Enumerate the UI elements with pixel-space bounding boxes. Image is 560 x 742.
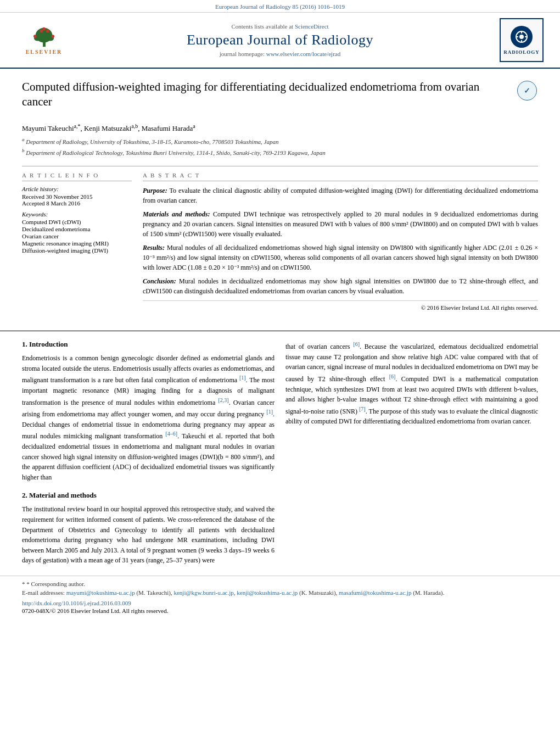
doi-line: http://dx.doi.org/10.1016/j.ejrad.2016.0… (22, 600, 538, 606)
copyright-notice: © 2016 Elsevier Ireland Ltd. All rights … (143, 300, 538, 311)
email-addresses: E-mail addresses: mayumi@tokushima-u.ac.… (22, 588, 538, 598)
aff-a-super: a (22, 137, 25, 142)
page: European Journal of Radiology 85 (2016) … (0, 0, 560, 742)
homepage-label: journal homepage: (220, 51, 265, 57)
abstract-results: Results: Mural nodules of all decidualiz… (143, 243, 538, 272)
journal-header: ELSEVIER Contents lists available at Sci… (0, 13, 560, 69)
ref2-3: [2,3] (218, 397, 228, 403)
email4-link[interactable]: masafumi@tokushima-u.ac.jp (339, 589, 411, 596)
section1-number: 1. (22, 340, 27, 348)
crossmark-icon: ✓ (517, 81, 537, 101)
elsevier-label: ELSEVIER (26, 49, 63, 55)
section1-heading: Introduction (29, 340, 68, 348)
keywords-label: Keywords: (22, 211, 132, 217)
ref4-6: [4–6] (165, 431, 177, 437)
article-title: Computed diffusion-weighted imaging for … (22, 80, 511, 110)
author2-name: Kenji Matsuzaki (84, 124, 131, 132)
ref7: [7] (359, 406, 366, 412)
article-content: Computed diffusion-weighted imaging for … (0, 69, 560, 331)
radiology-badge-icon (511, 26, 533, 48)
email1-link[interactable]: mayumi@tokushima-u.ac.jp (66, 589, 135, 596)
author1-sup: a,* (74, 123, 81, 129)
section1-title: 1. Introduction (22, 340, 275, 349)
abstract-panel: A B S T R A C T Purpose: To evaluate the… (143, 172, 538, 311)
svg-point-7 (51, 35, 54, 38)
keyword-2: Decidualized endometrioma (22, 226, 132, 232)
abstract-heading: A B S T R A C T (143, 172, 538, 181)
article-body: 1. Introduction Endometriosis is a commo… (0, 331, 560, 570)
history-label: Article history: (22, 186, 132, 192)
journal-header-center: Contents lists available at ScienceDirec… (71, 23, 489, 57)
results-text: Mural nodules of all decidualized endome… (143, 244, 538, 271)
abstract-purpose: Purpose: To evaluate the clinical diagno… (143, 186, 538, 205)
radiology-logo-container: RADIOLOGY (489, 18, 544, 62)
radiology-badge-label: RADIOLOGY (503, 49, 540, 55)
conclusion-head: Conclusion: (143, 277, 176, 285)
journal-homepage: journal homepage: www.elsevier.com/locat… (71, 51, 489, 57)
results-head: Results: (143, 244, 165, 252)
svg-point-5 (40, 29, 43, 32)
homepage-url[interactable]: www.elsevier.com/locate/ejrad (266, 51, 341, 57)
article-info-heading: A R T I C L E I N F O (22, 172, 132, 181)
sciencedirect-link[interactable]: ScienceDirect (295, 23, 329, 30)
author3-sup: a (193, 123, 195, 129)
svg-point-10 (519, 35, 524, 39)
author2-name-footnote: (K. Matsuzaki), (299, 589, 337, 596)
svg-point-4 (33, 35, 36, 38)
keyword-1: Computed DWI (cDWI) (22, 219, 132, 225)
author2-sup: a,b (131, 123, 138, 129)
keywords-list: Computed DWI (cDWI) Decidualized endomet… (22, 219, 132, 254)
keyword-5: Diffusion-weighted imaging (DWI) (22, 247, 132, 254)
svg-point-8 (42, 27, 46, 30)
keyword-3: Ovarian cancer (22, 233, 132, 239)
ref6b: [6] (389, 373, 396, 380)
section1-body-text: Endometriosis is a common benign gynecol… (22, 353, 275, 482)
author1-name: Mayumi Takeuchi (22, 124, 74, 132)
author3-name-footnote: (M. Harada). (413, 589, 444, 596)
section2-number: 2. (22, 491, 27, 499)
email-label: E-mail addresses: (22, 589, 65, 596)
body-left-column: 1. Introduction Endometriosis is a commo… (22, 340, 275, 570)
right-continuation-text: that of ovarian cancers [6]. Because the… (285, 340, 538, 427)
ref1: [1] (239, 375, 246, 381)
affiliation-a: a Department of Radiology, University of… (22, 136, 538, 146)
section2-container: 2. Material and methods The institutiona… (22, 491, 275, 566)
abstract-methods: Materials and methods: Computed DWI tech… (143, 209, 538, 239)
section2-title: 2. Material and methods (22, 491, 275, 500)
purpose-text: To evaluate the clinical diagnostic abil… (143, 187, 538, 204)
journal-reference-text: European Journal of Radiology 85 (2016) … (215, 3, 345, 10)
methods-head: Materials and methods: (143, 210, 210, 218)
keyword-4: Magnetic resonance imaging (MRI) (22, 240, 132, 247)
purpose-head: Purpose: (143, 187, 167, 194)
ref1b: [1] (266, 409, 273, 415)
footnote-section: * * Corresponding author. E-mail address… (0, 576, 560, 618)
radiology-symbol-icon (515, 30, 528, 43)
corresponding-author-label: * * Corresponding author. (22, 579, 538, 589)
elsevier-logo-container: ELSEVIER (16, 26, 71, 55)
author1-name-footnote: (M. Takeuchi), (136, 589, 172, 596)
elsevier-tree-icon (29, 26, 59, 48)
affiliation-b: b Department of Radiological Technology,… (22, 147, 538, 157)
author3-name: Masafumi Harada (142, 124, 193, 132)
received-date: Received 30 November 2015 Accepted 8 Mar… (22, 193, 132, 207)
conclusion-text: Mural nodules in decidualized endometrio… (143, 277, 538, 295)
contents-available-text: Contents lists available at (231, 23, 293, 30)
issn-line: 0720-048X/© 2016 Elsevier Ireland Ltd. A… (22, 607, 538, 614)
journal-reference-bar: European Journal of Radiology 85 (2016) … (0, 0, 560, 13)
aff-b-super: b (22, 148, 25, 153)
doi-link[interactable]: http://dx.doi.org/10.1016/j.ejrad.2016.0… (22, 600, 131, 606)
authors-line: Mayumi Takeuchia,*, Kenji Matsuzakia,b, … (22, 123, 538, 133)
abstract-conclusion: Conclusion: Mural nodules in decidualize… (143, 276, 538, 296)
ref6: [6] (353, 341, 360, 347)
body-right-column: that of ovarian cancers [6]. Because the… (285, 340, 538, 570)
article-info-panel: A R T I C L E I N F O Article history: R… (22, 172, 132, 311)
contents-available-line: Contents lists available at ScienceDirec… (71, 23, 489, 30)
section2-body-text: The institutional review board in our ho… (22, 504, 275, 566)
email3-link[interactable]: kenji@tokushima-u.ac.jp (237, 589, 298, 596)
crossmark-container: ✓ (516, 80, 538, 102)
article-info-abstract: A R T I C L E I N F O Article history: R… (22, 166, 538, 311)
radiology-badge: RADIOLOGY (500, 18, 544, 62)
affiliations: a Department of Radiology, University of… (22, 136, 538, 157)
svg-point-6 (46, 29, 49, 32)
email2-link[interactable]: kenji@kgw.bunri-u.ac.jp (173, 589, 233, 596)
